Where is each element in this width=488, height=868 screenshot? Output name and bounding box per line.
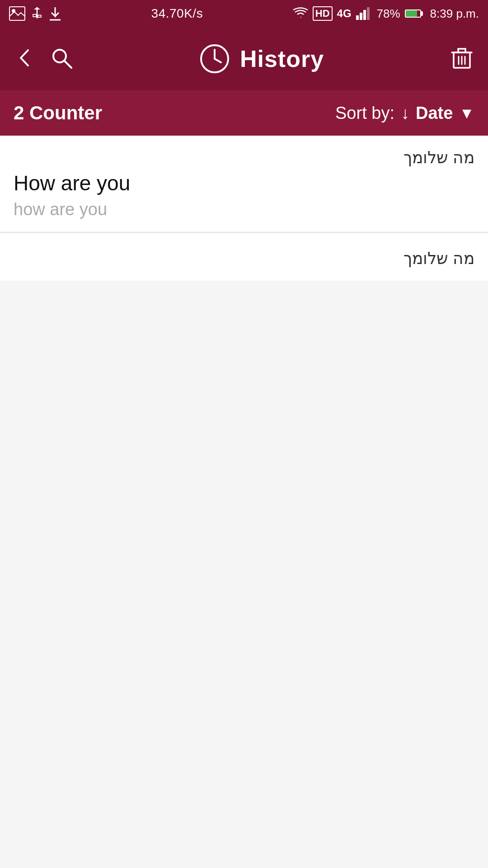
sort-direction-icon: ↓ [401,104,409,123]
svg-rect-7 [360,13,362,20]
wifi-icon [293,7,308,20]
svg-rect-6 [356,15,359,20]
battery-percent: 78% [377,7,400,21]
svg-rect-3 [33,14,36,17]
source-text: מה שלומך [14,148,474,167]
source-text-2: מה שלומך [14,249,474,268]
search-icon [50,46,73,70]
svg-line-11 [64,61,71,68]
back-arrow-icon [14,47,36,69]
signal-bars [356,7,372,20]
counter-bar: 2 Counter Sort by: ↓ Date ▼ [0,90,488,136]
back-button[interactable] [14,47,36,71]
battery-icon [405,9,423,18]
4g-label: 4G [337,7,352,20]
status-bar-right: HD 4G 78% 8:39 p.m. [293,6,479,21]
svg-line-14 [215,59,221,62]
sort-label: Sort by: [335,104,394,123]
list-item[interactable]: מה שלומך [0,233,488,281]
time-display: 8:39 p.m. [430,7,479,21]
clock-icon [198,42,231,75]
search-button[interactable] [50,46,73,71]
svg-rect-4 [38,15,41,17]
download-icon [49,6,61,21]
sort-dropdown-icon[interactable]: ▼ [459,104,474,122]
hd-badge: HD [313,6,333,21]
translation-text: How are you [14,171,474,195]
sort-area[interactable]: Sort by: ↓ Date ▼ [335,104,474,123]
image-icon [9,6,25,21]
page-title: History [240,45,324,72]
network-speed: 34.70K/s [151,6,203,21]
list-item[interactable]: מה שלומך How are you how are you [0,136,488,232]
svg-rect-8 [363,10,366,20]
status-bar: 34.70K/s HD 4G 78% 8:39 p.m. [0,0,488,27]
toolbar: History [0,27,488,90]
sort-value: Date [416,104,453,123]
toolbar-title-area: History [198,42,324,75]
svg-rect-9 [367,7,370,20]
toolbar-right-actions [449,45,474,72]
counter-text: 2 Counter [14,102,102,124]
delete-button[interactable] [449,45,474,72]
svg-rect-0 [9,7,25,20]
history-list: מה שלומך How are you how are you מה שלומ… [0,136,488,281]
status-bar-left [9,6,61,21]
toolbar-left-actions [14,46,73,71]
transliteration-text: how are you [14,200,474,219]
usb-icon [31,6,43,21]
trash-icon [449,45,474,71]
